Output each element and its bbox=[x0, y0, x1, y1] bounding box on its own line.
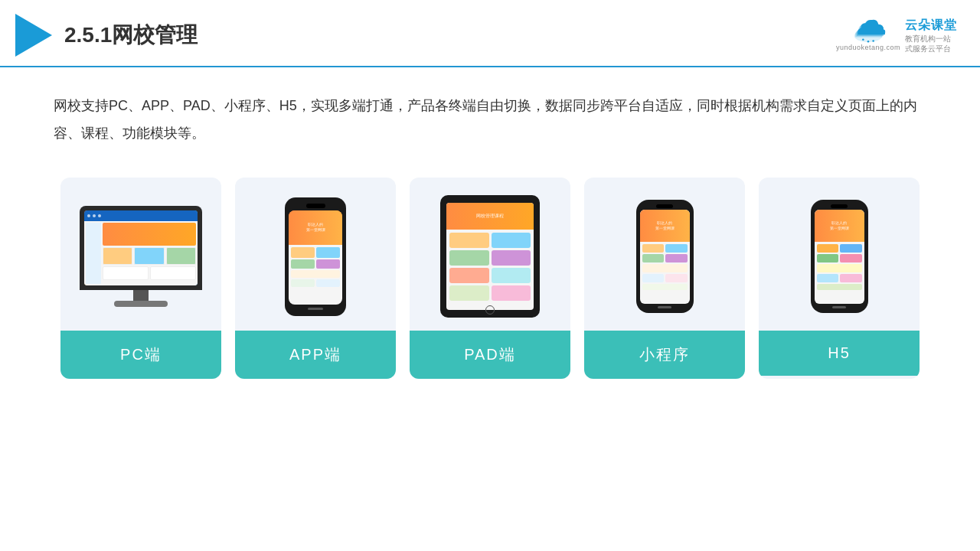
page-title: 2.5.1网校管理 bbox=[64, 21, 198, 50]
card-miniprogram: 职达人的第一堂网课 bbox=[584, 178, 745, 379]
header-left: 2.5.1网校管理 bbox=[15, 14, 198, 57]
card-app: 职达人的第一堂网课 bbox=[235, 178, 396, 379]
card-pad-image: 网校管理课程 bbox=[410, 178, 570, 331]
card-miniprogram-image: 职达人的第一堂网课 bbox=[584, 178, 745, 331]
cloud-icon: yunduoketang.com bbox=[836, 19, 900, 51]
phone-app-icon: 职达人的第一堂网课 bbox=[285, 197, 346, 316]
svg-point-3 bbox=[867, 41, 870, 43]
header: 2.5.1网校管理 yunduoketang.com 云朵课堂 bbox=[0, 0, 980, 67]
card-pc-label: PC端 bbox=[60, 331, 221, 379]
logo-triangle-icon bbox=[15, 14, 52, 57]
description-text: 网校支持PC、APP、PAD、小程序、H5，实现多端打通，产品各终端自由切换，数… bbox=[0, 67, 980, 162]
svg-point-1 bbox=[862, 39, 864, 41]
card-miniprogram-label: 小程序 bbox=[584, 331, 745, 379]
brand-text: 云朵课堂 教育机构一站 式服务云平台 bbox=[905, 18, 957, 54]
svg-point-2 bbox=[872, 40, 874, 42]
brand-slogan: 教育机构一站 式服务云平台 bbox=[905, 34, 951, 54]
brand-logo: yunduoketang.com 云朵课堂 教育机构一站 式服务云平台 bbox=[836, 18, 957, 54]
card-app-image: 职达人的第一堂网课 bbox=[235, 178, 396, 331]
cards-section: PC端 职达人的第一堂网课 bbox=[0, 162, 980, 402]
card-app-label: APP端 bbox=[235, 331, 396, 379]
card-h5: 职达人的第一堂网课 bbox=[759, 178, 920, 379]
card-pad-label: PAD端 bbox=[410, 331, 570, 379]
card-pad: 网校管理课程 bbox=[410, 178, 570, 379]
brand-name: 云朵课堂 bbox=[905, 18, 957, 34]
pc-monitor-icon bbox=[80, 206, 202, 307]
brand-url: yunduoketang.com bbox=[836, 44, 900, 51]
card-h5-label: H5 bbox=[759, 331, 920, 376]
phone-miniprogram-icon: 职达人的第一堂网课 bbox=[636, 200, 694, 313]
tablet-icon: 网校管理课程 bbox=[440, 195, 540, 318]
card-pc: PC端 bbox=[60, 178, 221, 379]
card-h5-image: 职达人的第一堂网课 bbox=[759, 178, 920, 331]
card-pc-image bbox=[60, 178, 221, 331]
phone-h5-icon: 职达人的第一堂网课 bbox=[811, 200, 868, 313]
header-right: yunduoketang.com 云朵课堂 教育机构一站 式服务云平台 bbox=[836, 18, 957, 54]
